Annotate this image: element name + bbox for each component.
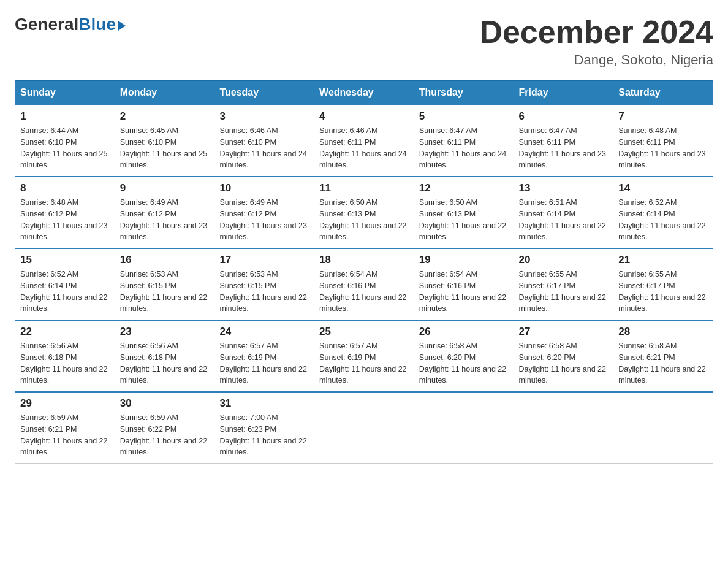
day-number: 31 xyxy=(219,397,309,410)
day-info: Sunrise: 6:53 AM Sunset: 6:15 PM Dayligh… xyxy=(120,269,210,315)
day-number: 24 xyxy=(219,326,309,338)
calendar-cell: 23 Sunrise: 6:56 AM Sunset: 6:18 PM Dayl… xyxy=(115,320,214,392)
page-header: General Blue December 2024 Dange, Sokoto… xyxy=(15,15,713,68)
day-info: Sunrise: 6:52 AM Sunset: 6:14 PM Dayligh… xyxy=(20,269,110,315)
header-monday: Monday xyxy=(115,81,214,105)
day-info: Sunrise: 6:51 AM Sunset: 6:14 PM Dayligh… xyxy=(519,197,609,243)
calendar-cell: 26 Sunrise: 6:58 AM Sunset: 6:20 PM Dayl… xyxy=(414,320,514,392)
day-info: Sunrise: 6:58 AM Sunset: 6:21 PM Dayligh… xyxy=(618,340,708,386)
day-number: 18 xyxy=(319,254,409,266)
calendar-cell: 18 Sunrise: 6:54 AM Sunset: 6:16 PM Dayl… xyxy=(314,248,414,320)
day-number: 9 xyxy=(120,182,210,194)
calendar-cell: 30 Sunrise: 6:59 AM Sunset: 6:22 PM Dayl… xyxy=(115,392,214,464)
day-number: 28 xyxy=(618,326,708,338)
calendar-cell: 14 Sunrise: 6:52 AM Sunset: 6:14 PM Dayl… xyxy=(613,177,713,248)
day-number: 14 xyxy=(618,182,708,194)
calendar-cell: 9 Sunrise: 6:49 AM Sunset: 6:12 PM Dayli… xyxy=(115,177,214,248)
calendar-header-row: SundayMondayTuesdayWednesdayThursdayFrid… xyxy=(15,81,713,105)
day-info: Sunrise: 6:47 AM Sunset: 6:11 PM Dayligh… xyxy=(519,125,609,171)
day-number: 23 xyxy=(120,326,210,338)
day-info: Sunrise: 6:53 AM Sunset: 6:15 PM Dayligh… xyxy=(219,269,309,315)
calendar-cell: 13 Sunrise: 6:51 AM Sunset: 6:14 PM Dayl… xyxy=(514,177,613,248)
day-number: 5 xyxy=(419,110,509,123)
calendar-cell: 31 Sunrise: 7:00 AM Sunset: 6:23 PM Dayl… xyxy=(214,392,314,464)
day-info: Sunrise: 6:54 AM Sunset: 6:16 PM Dayligh… xyxy=(319,269,409,315)
day-info: Sunrise: 6:47 AM Sunset: 6:11 PM Dayligh… xyxy=(419,125,509,171)
calendar-cell: 10 Sunrise: 6:49 AM Sunset: 6:12 PM Dayl… xyxy=(214,177,314,248)
day-info: Sunrise: 6:48 AM Sunset: 6:11 PM Dayligh… xyxy=(618,125,708,171)
calendar-cell: 19 Sunrise: 6:54 AM Sunset: 6:16 PM Dayl… xyxy=(414,248,514,320)
day-number: 12 xyxy=(419,182,509,194)
calendar-cell: 8 Sunrise: 6:48 AM Sunset: 6:12 PM Dayli… xyxy=(15,177,115,248)
calendar-cell: 2 Sunrise: 6:45 AM Sunset: 6:10 PM Dayli… xyxy=(115,105,214,177)
calendar-cell: 29 Sunrise: 6:59 AM Sunset: 6:21 PM Dayl… xyxy=(15,392,115,464)
calendar-cell: 15 Sunrise: 6:52 AM Sunset: 6:14 PM Dayl… xyxy=(15,248,115,320)
day-number: 20 xyxy=(519,254,609,266)
day-number: 29 xyxy=(20,397,110,410)
title-section: December 2024 Dange, Sokoto, Nigeria xyxy=(479,15,713,68)
day-number: 15 xyxy=(20,254,110,266)
calendar-cell: 6 Sunrise: 6:47 AM Sunset: 6:11 PM Dayli… xyxy=(514,105,613,177)
day-number: 13 xyxy=(519,182,609,194)
calendar-cell: 17 Sunrise: 6:53 AM Sunset: 6:15 PM Dayl… xyxy=(214,248,314,320)
day-info: Sunrise: 6:46 AM Sunset: 6:11 PM Dayligh… xyxy=(319,125,409,171)
logo-arrow-icon xyxy=(118,21,126,31)
calendar-table: SundayMondayTuesdayWednesdayThursdayFrid… xyxy=(15,80,713,464)
location-subtitle: Dange, Sokoto, Nigeria xyxy=(479,52,713,68)
calendar-cell xyxy=(613,392,713,464)
calendar-week-row: 15 Sunrise: 6:52 AM Sunset: 6:14 PM Dayl… xyxy=(15,248,713,320)
day-info: Sunrise: 6:56 AM Sunset: 6:18 PM Dayligh… xyxy=(120,340,210,386)
day-number: 3 xyxy=(219,110,309,123)
logo-general-text: General xyxy=(15,15,78,34)
day-number: 1 xyxy=(20,110,110,123)
day-info: Sunrise: 6:52 AM Sunset: 6:14 PM Dayligh… xyxy=(618,197,708,243)
day-info: Sunrise: 6:57 AM Sunset: 6:19 PM Dayligh… xyxy=(219,340,309,386)
day-info: Sunrise: 6:50 AM Sunset: 6:13 PM Dayligh… xyxy=(419,197,509,243)
day-number: 16 xyxy=(120,254,210,266)
day-number: 25 xyxy=(319,326,409,338)
calendar-cell: 11 Sunrise: 6:50 AM Sunset: 6:13 PM Dayl… xyxy=(314,177,414,248)
calendar-cell: 28 Sunrise: 6:58 AM Sunset: 6:21 PM Dayl… xyxy=(613,320,713,392)
day-info: Sunrise: 6:54 AM Sunset: 6:16 PM Dayligh… xyxy=(419,269,509,315)
day-info: Sunrise: 6:46 AM Sunset: 6:10 PM Dayligh… xyxy=(219,125,309,171)
day-info: Sunrise: 6:58 AM Sunset: 6:20 PM Dayligh… xyxy=(419,340,509,386)
day-number: 2 xyxy=(120,110,210,123)
day-info: Sunrise: 6:49 AM Sunset: 6:12 PM Dayligh… xyxy=(120,197,210,243)
header-thursday: Thursday xyxy=(414,81,514,105)
day-info: Sunrise: 6:49 AM Sunset: 6:12 PM Dayligh… xyxy=(219,197,309,243)
day-info: Sunrise: 6:55 AM Sunset: 6:17 PM Dayligh… xyxy=(618,269,708,315)
day-info: Sunrise: 6:44 AM Sunset: 6:10 PM Dayligh… xyxy=(20,125,110,171)
calendar-cell: 5 Sunrise: 6:47 AM Sunset: 6:11 PM Dayli… xyxy=(414,105,514,177)
day-number: 10 xyxy=(219,182,309,194)
logo: General Blue xyxy=(15,15,126,34)
header-sunday: Sunday xyxy=(15,81,115,105)
day-info: Sunrise: 6:59 AM Sunset: 6:21 PM Dayligh… xyxy=(20,412,110,458)
day-number: 8 xyxy=(20,182,110,194)
calendar-week-row: 22 Sunrise: 6:56 AM Sunset: 6:18 PM Dayl… xyxy=(15,320,713,392)
calendar-cell: 1 Sunrise: 6:44 AM Sunset: 6:10 PM Dayli… xyxy=(15,105,115,177)
day-number: 4 xyxy=(319,110,409,123)
calendar-cell: 21 Sunrise: 6:55 AM Sunset: 6:17 PM Dayl… xyxy=(613,248,713,320)
day-info: Sunrise: 6:45 AM Sunset: 6:10 PM Dayligh… xyxy=(120,125,210,171)
day-info: Sunrise: 6:56 AM Sunset: 6:18 PM Dayligh… xyxy=(20,340,110,386)
header-tuesday: Tuesday xyxy=(214,81,314,105)
calendar-cell: 20 Sunrise: 6:55 AM Sunset: 6:17 PM Dayl… xyxy=(514,248,613,320)
calendar-cell xyxy=(314,392,414,464)
calendar-week-row: 8 Sunrise: 6:48 AM Sunset: 6:12 PM Dayli… xyxy=(15,177,713,248)
day-info: Sunrise: 7:00 AM Sunset: 6:23 PM Dayligh… xyxy=(219,412,309,458)
calendar-cell: 16 Sunrise: 6:53 AM Sunset: 6:15 PM Dayl… xyxy=(115,248,214,320)
day-info: Sunrise: 6:50 AM Sunset: 6:13 PM Dayligh… xyxy=(319,197,409,243)
calendar-cell: 25 Sunrise: 6:57 AM Sunset: 6:19 PM Dayl… xyxy=(314,320,414,392)
day-info: Sunrise: 6:57 AM Sunset: 6:19 PM Dayligh… xyxy=(319,340,409,386)
day-number: 30 xyxy=(120,397,210,410)
calendar-cell: 3 Sunrise: 6:46 AM Sunset: 6:10 PM Dayli… xyxy=(214,105,314,177)
calendar-cell: 27 Sunrise: 6:58 AM Sunset: 6:20 PM Dayl… xyxy=(514,320,613,392)
day-info: Sunrise: 6:59 AM Sunset: 6:22 PM Dayligh… xyxy=(120,412,210,458)
calendar-cell: 12 Sunrise: 6:50 AM Sunset: 6:13 PM Dayl… xyxy=(414,177,514,248)
header-friday: Friday xyxy=(514,81,613,105)
day-number: 19 xyxy=(419,254,509,266)
header-saturday: Saturday xyxy=(613,81,713,105)
day-info: Sunrise: 6:55 AM Sunset: 6:17 PM Dayligh… xyxy=(519,269,609,315)
calendar-week-row: 29 Sunrise: 6:59 AM Sunset: 6:21 PM Dayl… xyxy=(15,392,713,464)
day-number: 6 xyxy=(519,110,609,123)
